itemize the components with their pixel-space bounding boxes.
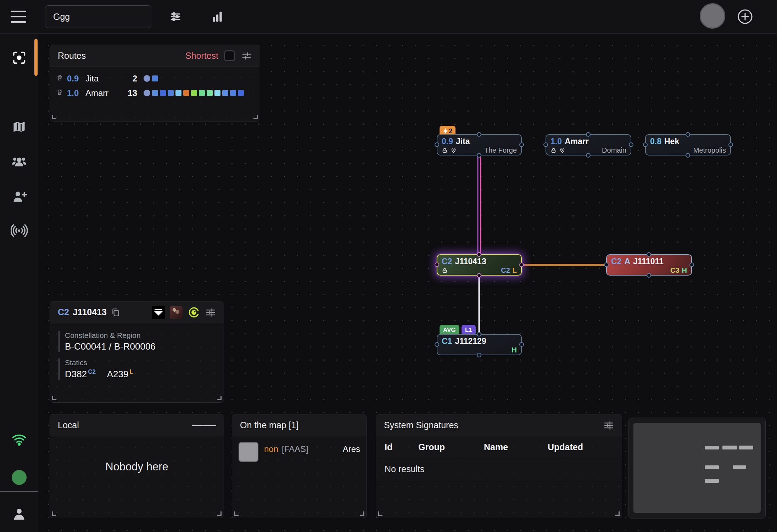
system-node-hek[interactable]: 0.8Hek Metropolis (645, 134, 731, 155)
system-node-j112129[interactable]: C1J112129 H (437, 334, 522, 355)
connector-dot[interactable] (477, 153, 481, 158)
connector-dot[interactable] (629, 142, 633, 147)
sidebar-item-add-character[interactable] (10, 187, 28, 206)
route-row[interactable]: 0.9 Jita 2 (50, 71, 260, 86)
active-nav-indicator (34, 39, 38, 76)
resize-handle[interactable] (615, 511, 620, 516)
routes-settings-button[interactable] (241, 51, 252, 61)
resize-handle[interactable] (52, 115, 56, 119)
tune-icon (241, 51, 252, 61)
connector-dot[interactable] (519, 342, 524, 347)
connector-dot[interactable] (643, 142, 648, 147)
signatures-settings-button[interactable] (603, 420, 614, 431)
resize-handle[interactable] (52, 511, 56, 516)
info-settings-button[interactable] (205, 307, 216, 318)
static-leads-to: L (513, 266, 517, 274)
connector-dot[interactable] (477, 132, 481, 137)
delete-route-icon[interactable] (56, 74, 67, 83)
route-jump-square (207, 90, 213, 96)
connector-dot[interactable] (477, 353, 481, 357)
on-the-map-header: On the map [1] (232, 414, 367, 436)
connector-dot[interactable] (586, 153, 591, 158)
routes-title: Routes (58, 51, 86, 61)
map-select[interactable]: Ggg (45, 5, 151, 28)
connector-dot[interactable] (543, 142, 548, 147)
signatures-column-name[interactable]: Name (484, 442, 548, 452)
custom-tag: A (624, 256, 630, 266)
connector-dot[interactable] (647, 273, 651, 278)
connector-dot[interactable] (686, 132, 690, 137)
local-menu-button[interactable] (192, 423, 216, 428)
resize-handle[interactable] (217, 511, 222, 516)
sidebar-item-signals[interactable] (10, 221, 28, 240)
scan-target-icon[interactable] (188, 306, 200, 319)
connector-dot[interactable] (686, 153, 690, 158)
menu-icon[interactable] (11, 11, 26, 23)
connector-dot[interactable] (435, 262, 439, 267)
connector-dot[interactable] (519, 262, 524, 267)
local-panel: Local Nobody here (50, 414, 224, 518)
system-node-jita[interactable]: 0.9Jita The Forge (437, 134, 522, 155)
map-settings-icon[interactable] (167, 8, 184, 26)
connector-dot[interactable] (647, 252, 651, 257)
resize-handle[interactable] (360, 511, 364, 516)
connector-dot[interactable] (728, 142, 733, 147)
minimap-viewport[interactable] (633, 423, 761, 513)
route-jump-dots (144, 90, 244, 96)
storm-count: 2 (449, 128, 452, 135)
route-jump-dots (144, 75, 158, 82)
character-portrait[interactable] (170, 306, 183, 319)
route-row[interactable]: 1.0 Amarr 13 (50, 86, 260, 100)
location-pin-icon (451, 147, 457, 153)
system-name-label: J110413 (73, 307, 107, 317)
static-class: C2 (501, 266, 510, 274)
resize-handle[interactable] (217, 396, 222, 400)
signatures-column-updated[interactable]: Updated (548, 442, 613, 452)
sidebar-item-tracking[interactable] (10, 49, 28, 67)
user-avatar[interactable] (700, 3, 725, 29)
static-entry: A239L (107, 369, 133, 379)
resize-handle[interactable] (52, 396, 56, 400)
connector-dot[interactable] (604, 262, 609, 267)
resize-handle[interactable] (234, 511, 239, 516)
route-jump-square (152, 75, 158, 81)
signatures-column-group[interactable]: Group (418, 442, 484, 452)
minimap-panel[interactable] (628, 418, 766, 519)
connector-dot[interactable] (586, 132, 591, 137)
effect-icon[interactable] (152, 306, 165, 319)
region-name: Metropolis (693, 146, 726, 154)
connector-dot[interactable] (477, 273, 481, 278)
route-start-dot (144, 90, 150, 96)
shortest-checkbox[interactable] (224, 50, 235, 61)
connector-dot[interactable] (435, 342, 439, 347)
resize-handle[interactable] (253, 115, 258, 119)
connector-dot[interactable] (477, 252, 481, 257)
delete-route-icon[interactable] (56, 89, 67, 97)
lock-icon (550, 147, 557, 153)
pilot-row[interactable]: non [FAAS] Ares (232, 436, 367, 462)
route-jump-square (175, 90, 181, 96)
route-mode-label: Shortest (185, 51, 218, 61)
add-map-button[interactable] (737, 8, 754, 25)
statistics-icon[interactable] (208, 8, 226, 26)
system-node-amarr[interactable]: 1.0Amarr Domain (546, 134, 631, 155)
connector-dot[interactable] (477, 332, 481, 336)
signatures-empty-text: No results (376, 458, 622, 480)
system-class-label: C2 (58, 307, 69, 317)
connector-dot[interactable] (435, 142, 439, 147)
system-node-j111011[interactable]: C2AJ111011 C3H (606, 254, 692, 276)
copy-name-button[interactable] (111, 308, 120, 317)
routes-panel: Routes Shortest 0.9 Jita 2 (50, 45, 260, 121)
connector-dot[interactable] (689, 262, 694, 267)
system-node-j110413[interactable]: C2J110413 C2L (437, 254, 522, 276)
wormhole-class: C2 (611, 256, 621, 266)
lock-icon (442, 267, 448, 273)
sidebar-item-characters[interactable] (10, 152, 28, 171)
user-profile-icon[interactable] (10, 505, 28, 523)
signatures-column-id[interactable]: Id (385, 442, 418, 452)
system-info-panel: C2 J110413 Conste (50, 301, 224, 403)
sidebar-item-maps[interactable] (10, 118, 28, 136)
resize-handle[interactable] (378, 511, 382, 516)
connector-dot[interactable] (519, 142, 524, 147)
lightning-icon (443, 128, 448, 135)
